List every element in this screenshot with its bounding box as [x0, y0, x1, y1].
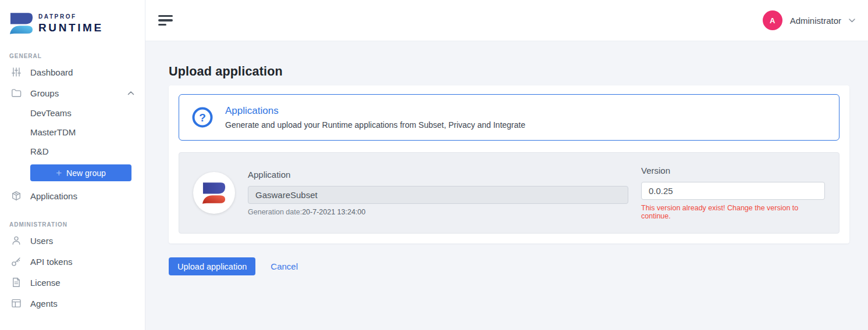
svg-text:?: ? [199, 112, 206, 124]
application-field: Application Generation date:20-7-2021 13… [248, 170, 628, 216]
sidebar-item-label: Agents [30, 299, 58, 309]
new-group-button[interactable]: + New group [30, 164, 131, 181]
plus-icon: + [56, 168, 62, 178]
chevron-down-icon [849, 19, 855, 23]
sidebar-nav: Dashboard Groups DevTeams MasterTDM R&D [0, 62, 145, 206]
sidebar: DATPROF RUNTIME GENERAL Dashboard Groups [0, 0, 145, 330]
layout-icon [11, 298, 22, 309]
version-label: Version [641, 166, 825, 175]
version-input[interactable] [641, 182, 825, 200]
datprof-logo-icon [10, 13, 33, 34]
sidebar-item-mastertdm[interactable]: MasterTDM [0, 123, 145, 142]
help-circle-icon: ? [191, 106, 214, 129]
user-menu[interactable]: A Administrator [763, 10, 855, 30]
form-actions: Upload application Cancel [169, 257, 849, 275]
sidebar-item-agents[interactable]: Agents [0, 293, 145, 314]
app-root: DATPROF RUNTIME GENERAL Dashboard Groups [0, 0, 868, 330]
section-label-general: GENERAL [9, 53, 145, 59]
section-label-administration: ADMINISTRATION [9, 221, 145, 228]
key-icon [11, 256, 22, 267]
document-icon [11, 277, 22, 288]
new-group-label: New group [66, 168, 106, 178]
sidebar-item-dashboard[interactable]: Dashboard [0, 62, 145, 82]
brand-name-bottom: RUNTIME [38, 22, 104, 33]
generation-date: Generation date:20-7-2021 13:24:00 [248, 208, 628, 216]
menu-toggle-icon[interactable] [158, 14, 173, 27]
avatar: A [763, 10, 782, 30]
generation-date-label: Generation date: [248, 208, 302, 216]
page-content: Upload application ? Applications Genera… [145, 41, 868, 330]
info-description: Generate and upload your Runtime applica… [225, 120, 525, 130]
version-field: Version This version already exist! Chan… [641, 166, 825, 220]
group-label: MasterTDM [30, 127, 76, 137]
folder-icon [11, 88, 22, 98]
sidebar-item-rnd[interactable]: R&D [0, 142, 145, 161]
sidebar-item-label: Groups [30, 88, 59, 98]
upload-application-button[interactable]: Upload application [169, 257, 255, 275]
generation-date-value: 20-7-2021 13:24:00 [302, 208, 365, 216]
brand-text: DATPROF RUNTIME [38, 14, 104, 33]
sliders-icon [11, 67, 22, 77]
main-column: A Administrator Upload application ? App… [145, 0, 868, 330]
application-input [248, 186, 628, 204]
brand-name-top: DATPROF [38, 14, 104, 20]
version-error: This version already exist! Change the v… [641, 204, 825, 220]
application-label: Application [248, 170, 628, 180]
cancel-link[interactable]: Cancel [271, 261, 298, 271]
user-icon [11, 235, 22, 246]
info-text: Applications Generate and upload your Ru… [225, 105, 525, 130]
sidebar-item-label: API tokens [30, 257, 73, 267]
datprof-app-icon [202, 182, 226, 204]
sidebar-item-label: Dashboard [30, 67, 73, 77]
info-banner: ? Applications Generate and upload your … [179, 94, 839, 141]
brand-logo[interactable]: DATPROF RUNTIME [0, 0, 145, 38]
sidebar-item-label: Users [30, 236, 53, 246]
application-form: Application Generation date:20-7-2021 13… [179, 152, 839, 234]
sidebar-nav-admin: Users API tokens License [0, 230, 145, 314]
group-label: R&D [30, 146, 49, 156]
application-logo [193, 172, 235, 214]
sidebar-item-license[interactable]: License [0, 272, 145, 293]
sidebar-item-label: Applications [30, 191, 77, 201]
page-title: Upload application [169, 64, 849, 79]
avatar-initial: A [770, 16, 775, 25]
package-icon [11, 191, 22, 201]
sidebar-item-applications[interactable]: Applications [0, 185, 145, 206]
group-label: DevTeams [30, 108, 72, 118]
sidebar-item-api-tokens[interactable]: API tokens [0, 251, 145, 272]
sidebar-item-label: License [30, 278, 61, 288]
chevron-up-icon [127, 91, 134, 95]
topbar: A Administrator [145, 0, 868, 41]
sidebar-item-devteams[interactable]: DevTeams [0, 103, 145, 123]
sidebar-item-users[interactable]: Users [0, 230, 145, 251]
upload-card: ? Applications Generate and upload your … [169, 85, 849, 243]
sidebar-item-groups[interactable]: Groups [0, 82, 145, 103]
info-title: Applications [225, 105, 525, 117]
user-name: Administrator [790, 16, 841, 26]
